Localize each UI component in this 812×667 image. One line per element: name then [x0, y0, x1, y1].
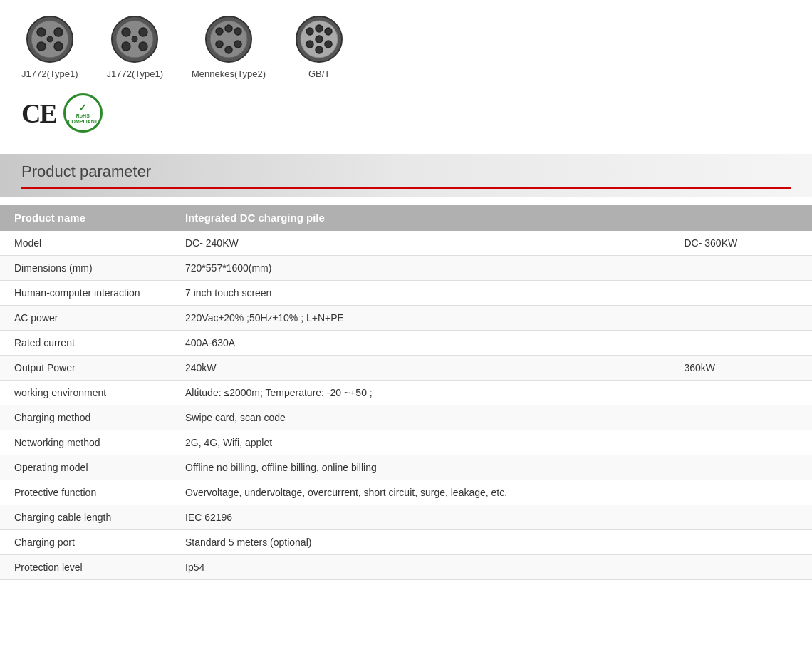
cert-row: CE ✓ RoHSCOMPLIANT: [21, 93, 791, 133]
connector-icon-2: [110, 14, 160, 64]
row-label: Human-computer interaction: [0, 281, 171, 306]
connector-icon-4: [294, 14, 344, 64]
table-row: Human-computer interaction7 inch touch s…: [0, 281, 812, 306]
table-row: Protective functionOvervoltage, undervol…: [0, 480, 812, 505]
row-label: Protective function: [0, 480, 171, 505]
row-value: Ip54: [171, 555, 812, 580]
connector-row: J1772(Type1) J1772(Type1): [21, 14, 791, 79]
row-value: 220Vac±20% ;50Hz±10% ; L+N+PE: [171, 306, 812, 331]
row-value: 2G, 4G, Wifi, applet: [171, 430, 812, 455]
ce-logo: CE: [21, 98, 56, 129]
connector-item-2: J1772(Type1): [107, 14, 164, 79]
row-value: Standard 5 meters (optional): [171, 530, 812, 555]
connector-item-3: Mennekes(Type2): [192, 14, 266, 79]
table-row: Charging cable lengthIEC 62196: [0, 505, 812, 530]
table-row: Rated current400A-630A: [0, 331, 812, 356]
svg-point-19: [216, 41, 223, 48]
connector-label-2: J1772(Type1): [107, 68, 164, 79]
svg-point-5: [54, 42, 63, 51]
row-label: Dimensions (mm): [0, 256, 171, 281]
rohs-badge: ✓ RoHSCOMPLIANT: [63, 93, 103, 133]
connector-icon-1: [25, 14, 75, 64]
svg-point-16: [216, 28, 223, 35]
svg-point-20: [234, 41, 241, 48]
row-label: AC power: [0, 306, 171, 331]
svg-point-17: [225, 25, 232, 32]
svg-point-13: [132, 36, 137, 42]
table-row: Output Power240kW360kW: [0, 356, 812, 381]
rohs-check-icon: ✓: [78, 102, 87, 113]
row-label: Rated current: [0, 331, 171, 356]
svg-point-18: [234, 28, 241, 35]
row-value: 240kW: [171, 356, 670, 381]
connector-label-3: Mennekes(Type2): [192, 68, 266, 79]
row-label: Charging method: [0, 405, 171, 430]
table-row: AC power220Vac±20% ;50Hz±10% ; L+N+PE: [0, 306, 812, 331]
svg-point-12: [139, 42, 147, 51]
svg-point-11: [122, 42, 130, 51]
row-value: 7 inch touch screen: [171, 281, 812, 306]
top-section: J1772(Type1) J1772(Type1): [0, 0, 812, 154]
table-row: working environmentAltitude: ≤2000m; Tem…: [0, 381, 812, 405]
row-value: Altitude: ≤2000m; Temperature: -20 ~+50 …: [171, 381, 812, 405]
row-label: Protection level: [0, 555, 171, 580]
table-row: ModelDC- 240KWDC- 360KW: [0, 231, 812, 256]
svg-point-6: [47, 36, 53, 42]
table-row: Protection levelIp54: [0, 555, 812, 580]
table-row: Charging methodSwipe card, scan code: [0, 405, 812, 430]
svg-point-24: [306, 28, 313, 35]
header-col2: Integrated DC charging pile: [171, 205, 812, 231]
table-body: ModelDC- 240KWDC- 360KWDimensions (mm)72…: [0, 231, 812, 580]
svg-point-2: [37, 28, 46, 36]
row-value: 720*557*1600(mm): [171, 256, 812, 281]
table-header: Product name Integrated DC charging pile: [0, 205, 812, 231]
svg-point-21: [225, 46, 232, 53]
connector-label-1: J1772(Type1): [21, 68, 78, 79]
section-title: Product parameter: [21, 162, 151, 180]
table-row: Dimensions (mm)720*557*1600(mm): [0, 256, 812, 281]
table-row: Networking method2G, 4G, Wifi, applet: [0, 430, 812, 455]
svg-point-10: [139, 28, 147, 36]
svg-point-25: [316, 25, 323, 32]
section-header: Product parameter: [0, 154, 812, 197]
row-value: 400A-630A: [171, 331, 812, 356]
row-value2: 360kW: [670, 356, 812, 381]
svg-point-29: [316, 46, 323, 53]
svg-point-30: [316, 36, 323, 43]
row-value: Offline no billing, offline billing, onl…: [171, 455, 812, 480]
row-value: Overvoltage, undervoltage, overcurrent, …: [171, 480, 812, 505]
rohs-text: RoHSCOMPLIANT: [68, 113, 98, 124]
row-value: IEC 62196: [171, 505, 812, 530]
row-label: Charging port: [0, 530, 171, 555]
svg-point-9: [122, 28, 130, 36]
table-row: Operating modelOffline no billing, offli…: [0, 455, 812, 480]
svg-point-26: [325, 28, 332, 35]
header-col1: Product name: [0, 205, 171, 231]
row-label: Operating model: [0, 455, 171, 480]
param-table: Product name Integrated DC charging pile…: [0, 205, 812, 580]
row-value: DC- 240KW: [171, 231, 670, 256]
svg-point-28: [325, 41, 332, 48]
row-label: working environment: [0, 381, 171, 405]
svg-point-27: [306, 41, 313, 48]
row-value2: DC- 360KW: [670, 231, 812, 256]
row-label: Model: [0, 231, 171, 256]
row-label: Networking method: [0, 430, 171, 455]
connector-item-4: GB/T: [294, 14, 344, 79]
row-label: Output Power: [0, 356, 171, 381]
connector-label-4: GB/T: [308, 68, 330, 79]
connector-icon-3: [204, 14, 254, 64]
connector-item-1: J1772(Type1): [21, 14, 78, 79]
svg-point-3: [54, 28, 63, 36]
svg-point-4: [37, 42, 46, 51]
row-label: Charging cable length: [0, 505, 171, 530]
row-value: Swipe card, scan code: [171, 405, 812, 430]
table-row: Charging portStandard 5 meters (optional…: [0, 530, 812, 555]
